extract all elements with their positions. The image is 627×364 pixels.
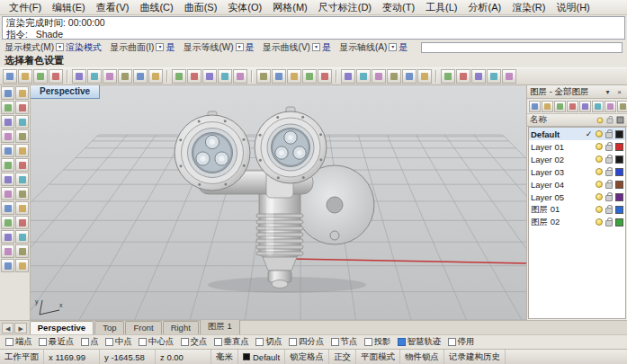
layer-row[interactable]: Layer 04 bbox=[529, 178, 625, 191]
zoom-extents-icon[interactable] bbox=[202, 69, 217, 84]
osnap-quadrant[interactable]: 四分点 bbox=[289, 336, 325, 348]
box-icon[interactable] bbox=[1, 201, 14, 215]
layer-name[interactable]: Layer 02 bbox=[531, 155, 582, 164]
layer-name[interactable]: Layer 01 bbox=[531, 142, 582, 152]
menu-render[interactable]: 渲染(R) bbox=[506, 0, 551, 15]
menu-file[interactable]: 文件(F) bbox=[4, 0, 47, 15]
layer-lock-icon[interactable] bbox=[605, 182, 613, 189]
command-history[interactable]: 渲染完成时间: 00:00:00 指令: _Shade bbox=[2, 16, 625, 40]
osnap-center-checkbox[interactable] bbox=[139, 338, 147, 346]
layer-lock-icon[interactable] bbox=[605, 157, 613, 164]
view-tab-layer-1[interactable]: 图层 1 bbox=[200, 319, 240, 334]
layer-color-swatch[interactable] bbox=[615, 143, 623, 151]
arc-icon[interactable] bbox=[15, 129, 29, 143]
mirror-icon[interactable] bbox=[318, 69, 332, 84]
menu-edit[interactable]: 编辑(E) bbox=[47, 0, 91, 15]
help-tool-icon[interactable] bbox=[502, 69, 516, 84]
layer-row[interactable]: Layer 05 bbox=[529, 191, 625, 203]
scale-icon[interactable] bbox=[302, 69, 317, 84]
cut-icon[interactable] bbox=[72, 69, 86, 84]
open-file-icon[interactable] bbox=[18, 69, 32, 84]
osnap-end[interactable]: 端点 bbox=[5, 336, 32, 348]
osnap-tangent[interactable]: 切点 bbox=[255, 336, 282, 348]
layer-color-swatch[interactable] bbox=[615, 130, 623, 138]
move-up-layer-icon[interactable] bbox=[567, 101, 578, 112]
command-input[interactable] bbox=[421, 42, 623, 53]
status-units[interactable]: 毫米 bbox=[211, 350, 238, 364]
layer-name[interactable]: Default bbox=[531, 129, 582, 139]
layer-visibility-bulb-icon[interactable] bbox=[596, 143, 603, 150]
layer-current-check[interactable]: ✓ bbox=[585, 129, 593, 138]
osnap-mid-checkbox[interactable] bbox=[105, 338, 113, 346]
layer-visibility-bulb-icon[interactable] bbox=[596, 130, 603, 138]
osnap-knot[interactable]: 节点 bbox=[331, 336, 358, 348]
osnap-disable[interactable]: 停用 bbox=[448, 336, 475, 348]
osnap-smarttrack[interactable]: 智慧轨迹 bbox=[398, 336, 442, 348]
line-icon[interactable] bbox=[1, 115, 14, 129]
layers-panel-header[interactable]: 图层 - 全部图层 ▾ × bbox=[527, 85, 627, 99]
view-tab-top[interactable]: Top bbox=[94, 321, 124, 334]
column-visibility-icon[interactable] bbox=[597, 117, 604, 123]
osnap-perpendicular[interactable]: 垂直点 bbox=[214, 336, 250, 348]
osnap-quadrant-checkbox[interactable] bbox=[289, 338, 297, 346]
layer-visibility-bulb-icon[interactable] bbox=[596, 218, 603, 226]
polygon-icon[interactable] bbox=[1, 158, 14, 172]
tabs-scroll-left-icon[interactable]: ◀ bbox=[2, 323, 13, 333]
option-dropdown-icon[interactable]: ▾ bbox=[56, 43, 64, 51]
extrude-icon[interactable] bbox=[15, 173, 29, 186]
layer-color-swatch[interactable] bbox=[615, 155, 623, 164]
option-dropdown-icon[interactable]: ▾ bbox=[156, 43, 164, 51]
layer-color-swatch[interactable] bbox=[615, 181, 623, 189]
layers-panel-icon[interactable] bbox=[341, 69, 355, 84]
osnap-project-checkbox[interactable] bbox=[364, 338, 372, 346]
expand-layers-icon[interactable] bbox=[592, 101, 604, 112]
layer-lock-icon[interactable] bbox=[605, 170, 613, 176]
menu-surface[interactable]: 曲面(S) bbox=[179, 0, 223, 15]
new-file-icon[interactable] bbox=[3, 69, 17, 84]
paste-icon[interactable] bbox=[103, 69, 117, 84]
layer-visibility-bulb-icon[interactable] bbox=[596, 168, 603, 175]
new-sublayer-icon[interactable] bbox=[542, 101, 553, 112]
menu-curve[interactable]: 曲线(C) bbox=[134, 0, 178, 15]
layer-lock-icon[interactable] bbox=[605, 145, 613, 151]
layer-row[interactable]: Layer 01 bbox=[529, 140, 625, 153]
rotate-view-icon[interactable] bbox=[218, 69, 232, 84]
render-preview-icon[interactable] bbox=[417, 69, 432, 84]
layer-name[interactable]: 图层 02 bbox=[531, 217, 582, 228]
layer-visibility-bulb-icon[interactable] bbox=[596, 181, 603, 188]
move-down-layer-icon[interactable] bbox=[579, 101, 591, 112]
layer-row[interactable]: Layer 02 bbox=[529, 153, 625, 165]
osnap-disable-checkbox[interactable] bbox=[448, 338, 456, 346]
view-tab-right[interactable]: Right bbox=[163, 321, 199, 334]
curve-icon[interactable] bbox=[15, 115, 29, 129]
osnap-tangent-checkbox[interactable] bbox=[255, 338, 264, 346]
osnap-project[interactable]: 投影 bbox=[364, 336, 391, 348]
menu-tools[interactable]: 工具(L) bbox=[420, 0, 462, 15]
option-show-surface[interactable]: 显示曲面(I)▾是 bbox=[110, 41, 175, 54]
menu-solid[interactable]: 实体(O) bbox=[222, 0, 267, 15]
loft-icon[interactable] bbox=[1, 187, 14, 200]
osnap-knot-checkbox[interactable] bbox=[331, 338, 339, 346]
fillet-icon[interactable] bbox=[1, 230, 14, 244]
osnap-mid[interactable]: 中点 bbox=[105, 336, 132, 348]
viewport-perspective[interactable]: Perspective x y bbox=[31, 85, 526, 320]
layer-lock-icon[interactable] bbox=[605, 132, 613, 138]
menu-mesh[interactable]: 网格(M) bbox=[267, 0, 313, 15]
osnap-center[interactable]: 中心点 bbox=[139, 336, 175, 348]
osnap-toggle-icon[interactable] bbox=[372, 69, 386, 84]
layer-name[interactable]: 图层 01 bbox=[531, 204, 582, 216]
osnap-point-checkbox[interactable] bbox=[81, 338, 89, 346]
redo-icon[interactable] bbox=[133, 69, 148, 84]
array-icon[interactable] bbox=[15, 259, 29, 272]
status-toggle-history[interactable]: 记录建构历史 bbox=[444, 350, 506, 364]
polyline-icon[interactable] bbox=[15, 101, 29, 114]
text-icon[interactable] bbox=[15, 158, 29, 172]
render-icon[interactable] bbox=[402, 69, 417, 84]
tabs-scroll-right-icon[interactable]: ▶ bbox=[14, 323, 26, 333]
ellipse-icon[interactable] bbox=[1, 144, 14, 157]
column-color-icon[interactable] bbox=[617, 117, 624, 124]
layer-lock-icon[interactable] bbox=[605, 195, 613, 201]
move-icon[interactable] bbox=[256, 69, 271, 84]
grid-toggle-icon[interactable] bbox=[387, 69, 401, 84]
delete-icon[interactable] bbox=[148, 69, 163, 84]
